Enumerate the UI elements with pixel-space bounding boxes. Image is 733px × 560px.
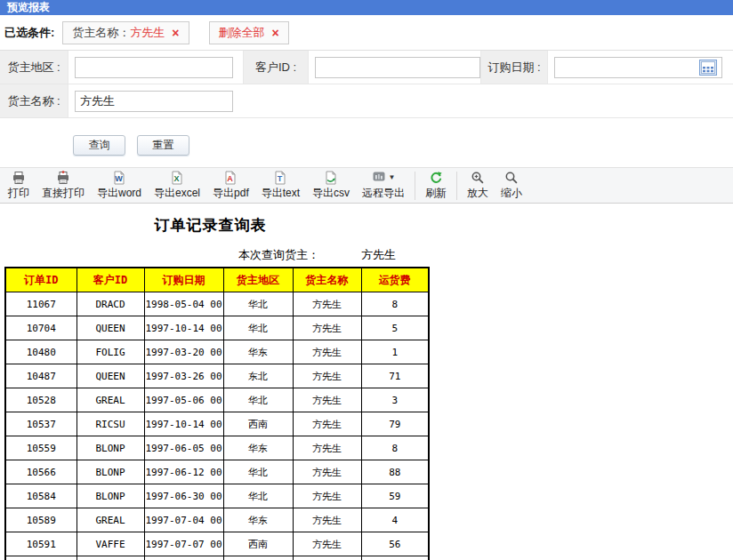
zoom-in-button[interactable]: 放大 bbox=[461, 168, 495, 203]
table-cell: 华北 bbox=[223, 460, 293, 484]
table-cell: 1 bbox=[361, 340, 429, 364]
shipper-name-input[interactable] bbox=[75, 91, 233, 112]
region-zone bbox=[68, 57, 243, 78]
table-cell: BLONP bbox=[77, 460, 144, 484]
shipper-name-zone bbox=[68, 91, 243, 112]
page-title: 预览报表 bbox=[7, 1, 50, 13]
close-icon[interactable]: × bbox=[272, 27, 279, 39]
toolbar: 打印 直接打印 W bbox=[0, 167, 733, 204]
table-cell: 1997-06-30 00 bbox=[144, 484, 223, 508]
printer-icon bbox=[12, 170, 26, 185]
zoom-in-icon bbox=[471, 170, 485, 185]
table-cell: 10589 bbox=[5, 508, 77, 532]
print-label: 打印 bbox=[8, 186, 29, 201]
table-cell: 59 bbox=[361, 484, 429, 508]
customer-id-input[interactable] bbox=[315, 57, 480, 78]
region-input[interactable] bbox=[75, 57, 233, 78]
table-cell: 华东 bbox=[223, 508, 293, 532]
export-text-label: 导出text bbox=[262, 186, 300, 201]
chips: 货主名称：方先生 × 删除全部 × bbox=[54, 21, 288, 44]
table-cell: 华北 bbox=[223, 316, 293, 340]
zoom-out-label: 缩小 bbox=[501, 186, 522, 201]
table-cell: 88 bbox=[361, 460, 429, 484]
table-row: 10589GREAL1997-07-04 00华东方先生4 bbox=[5, 508, 429, 532]
table-cell: 10584 bbox=[5, 484, 77, 508]
table-cell: GREAL bbox=[77, 388, 144, 412]
table-cell: 方先生 bbox=[293, 460, 361, 484]
table-cell: 方先生 bbox=[293, 436, 361, 460]
table-cell: 1997-03-26 00 bbox=[144, 364, 223, 388]
table-cell: 3 bbox=[361, 556, 429, 560]
filter-grid: 货主地区 : 客户ID : 订购日期 : bbox=[0, 50, 733, 118]
table-cell: 华东 bbox=[223, 436, 293, 460]
text-file-icon: T bbox=[273, 170, 287, 185]
table-cell: GREAL bbox=[77, 508, 144, 532]
svg-text:X: X bbox=[174, 174, 180, 183]
filter-row-1: 货主地区 : 客户ID : 订购日期 : bbox=[0, 51, 733, 84]
zoom-out-icon bbox=[504, 170, 519, 185]
chip-text: 删除全部 bbox=[219, 26, 265, 39]
table-header-row: 订单ID 客户ID 订购日期 货主地区 货主名称 运货费 bbox=[5, 268, 429, 292]
customer-id-zone bbox=[309, 57, 480, 78]
print-button[interactable]: 打印 bbox=[2, 168, 36, 203]
export-pdf-button[interactable]: A 导出pdf bbox=[206, 168, 255, 203]
table-cell: 东北 bbox=[223, 556, 293, 560]
report-area: 订单记录查询表 本次查询货主： 方先生 订单ID 客户ID 订购日期 货主地区 … bbox=[0, 204, 733, 560]
order-date-input[interactable] bbox=[554, 57, 722, 78]
customer-id-label: 客户ID : bbox=[243, 51, 309, 84]
remote-export-button[interactable]: ▼ 远程导出 bbox=[356, 168, 411, 203]
table-cell: BLONP bbox=[77, 484, 144, 508]
table-cell: 1998-05-04 00 bbox=[144, 292, 223, 316]
remote-export-label: 远程导出 bbox=[362, 186, 405, 201]
filter-chip[interactable]: 货主名称：方先生 × bbox=[62, 21, 189, 44]
table-row: 11067DRACD1998-05-04 00华北方先生8 bbox=[5, 292, 429, 316]
chip-text-group: 货主名称：方先生 bbox=[72, 25, 165, 41]
table-cell: DRACD bbox=[77, 292, 144, 316]
calendar-icon[interactable] bbox=[699, 60, 717, 76]
table-cell: 10566 bbox=[5, 460, 77, 484]
chevron-down-icon: ▼ bbox=[389, 173, 396, 181]
table-cell: 1997-07-07 00 bbox=[144, 532, 223, 556]
table-row: 10528GREAL1997-05-06 00华北方先生3 bbox=[5, 388, 429, 412]
filter-chip[interactable]: 删除全部 × bbox=[209, 21, 289, 44]
export-csv-label: 导出csv bbox=[312, 186, 350, 201]
export-word-button[interactable]: W 导出word bbox=[91, 168, 148, 203]
zoom-out-button[interactable]: 缩小 bbox=[495, 168, 528, 203]
header-customer-id: 客户ID bbox=[77, 268, 144, 292]
chip-text-group: 删除全部 bbox=[219, 25, 265, 41]
report-table: 订单ID 客户ID 订购日期 货主地区 货主名称 运货费 11067DRACD1… bbox=[4, 267, 430, 560]
export-excel-button[interactable]: X 导出excel bbox=[148, 168, 206, 203]
table-cell: BLONP bbox=[77, 436, 144, 460]
header-shipper-name: 货主名称 bbox=[293, 268, 361, 292]
table-cell: 5 bbox=[361, 316, 429, 340]
close-icon[interactable]: × bbox=[172, 27, 179, 39]
titlebar: 预览报表 bbox=[0, 0, 733, 15]
table-cell: QUEEN bbox=[77, 316, 144, 340]
direct-printer-icon bbox=[56, 170, 70, 185]
export-csv-button[interactable]: 导出csv bbox=[306, 168, 356, 203]
table-cell: 方先生 bbox=[293, 508, 361, 532]
region-label: 货主地区 : bbox=[0, 51, 68, 84]
toolbar-separator bbox=[456, 172, 457, 200]
csv-file-icon bbox=[324, 170, 338, 185]
table-cell: 方先生 bbox=[293, 556, 361, 560]
header-order-id: 订单ID bbox=[5, 268, 77, 292]
refresh-button[interactable]: 刷新 bbox=[419, 168, 453, 203]
svg-text:T: T bbox=[278, 174, 283, 183]
direct-print-button[interactable]: 直接打印 bbox=[36, 168, 91, 203]
table-cell: 8 bbox=[361, 436, 429, 460]
table-cell: FOLIG bbox=[77, 340, 144, 364]
reset-button[interactable]: 重置 bbox=[137, 135, 189, 156]
table-row: 10602VAFFE1997-07-17 00东北方先生3 bbox=[5, 556, 429, 560]
query-button[interactable]: 查询 bbox=[73, 135, 125, 156]
table-cell: 1997-06-12 00 bbox=[144, 460, 223, 484]
toolbar-separator bbox=[415, 172, 415, 200]
table-row: 10480FOLIG1997-03-20 00华东方先生1 bbox=[5, 340, 429, 364]
export-word-label: 导出word bbox=[97, 186, 141, 201]
table-cell: 8 bbox=[361, 292, 429, 316]
remote-export-icon bbox=[372, 170, 386, 186]
export-text-button[interactable]: T 导出text bbox=[255, 168, 306, 203]
table-cell: QUEEN bbox=[77, 364, 144, 388]
pdf-file-icon: A bbox=[223, 170, 238, 185]
table-cell: 方先生 bbox=[293, 484, 361, 508]
